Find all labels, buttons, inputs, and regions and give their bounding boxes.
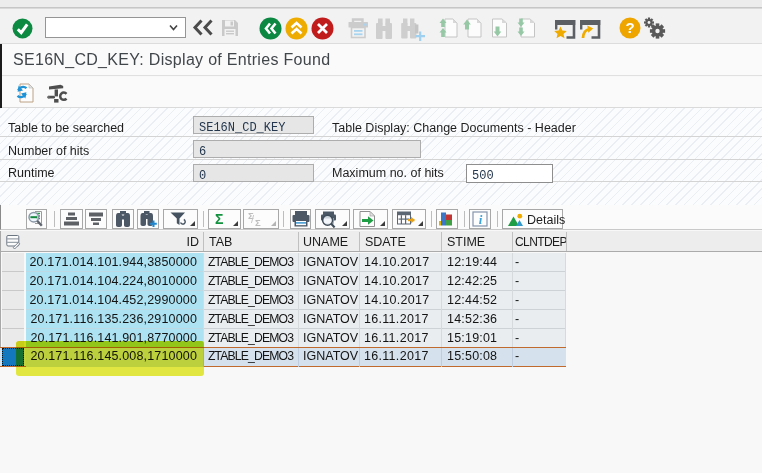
svg-text:?: ? — [625, 19, 634, 36]
svg-text:i: i — [479, 212, 483, 227]
